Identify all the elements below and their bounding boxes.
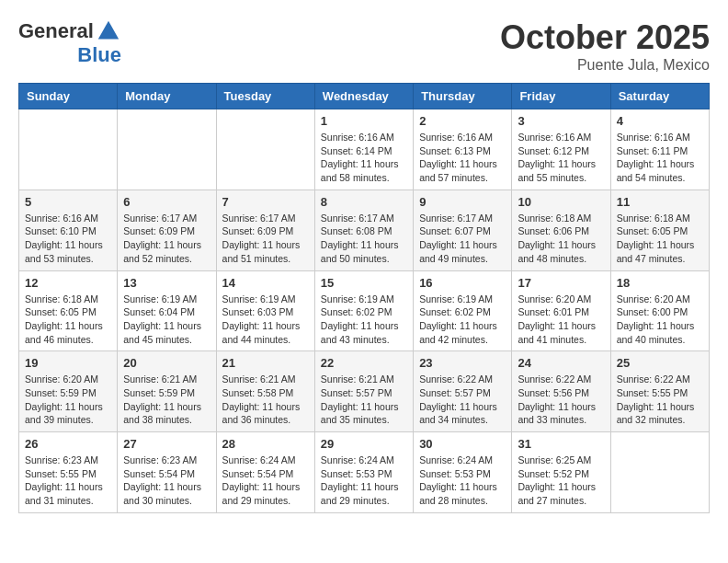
day-info: Sunrise: 6:25 AM Sunset: 5:52 PM Dayligh… — [518, 454, 604, 508]
day-number: 7 — [222, 195, 309, 209]
day-info: Sunrise: 6:20 AM Sunset: 5:59 PM Dayligh… — [25, 373, 111, 427]
day-number: 2 — [419, 114, 506, 128]
calendar-cell — [19, 109, 118, 190]
day-number: 27 — [123, 437, 210, 451]
day-info: Sunrise: 6:16 AM Sunset: 6:14 PM Dayligh… — [321, 131, 407, 185]
calendar-week-4: 19Sunrise: 6:20 AM Sunset: 5:59 PM Dayli… — [19, 351, 710, 432]
day-number: 22 — [321, 356, 407, 370]
day-number: 26 — [25, 437, 111, 451]
day-info: Sunrise: 6:21 AM Sunset: 5:59 PM Dayligh… — [123, 373, 210, 427]
day-info: Sunrise: 6:21 AM Sunset: 5:58 PM Dayligh… — [222, 373, 309, 427]
logo-blue: Blue — [77, 44, 121, 66]
day-info: Sunrise: 6:16 AM Sunset: 6:13 PM Dayligh… — [419, 131, 506, 185]
day-number: 25 — [617, 356, 703, 370]
day-info: Sunrise: 6:18 AM Sunset: 6:05 PM Dayligh… — [25, 293, 111, 347]
day-info: Sunrise: 6:24 AM Sunset: 5:53 PM Dayligh… — [419, 454, 506, 508]
day-info: Sunrise: 6:17 AM Sunset: 6:09 PM Dayligh… — [222, 212, 309, 266]
calendar-cell: 30Sunrise: 6:24 AM Sunset: 5:53 PM Dayli… — [414, 432, 512, 513]
calendar-cell — [118, 109, 216, 190]
calendar-week-2: 5Sunrise: 6:16 AM Sunset: 6:10 PM Daylig… — [19, 190, 710, 270]
calendar-cell: 7Sunrise: 6:17 AM Sunset: 6:09 PM Daylig… — [216, 190, 314, 270]
calendar-cell: 16Sunrise: 6:19 AM Sunset: 6:02 PM Dayli… — [414, 270, 512, 351]
day-number: 21 — [222, 356, 309, 370]
day-header-wednesday: Wednesday — [314, 84, 413, 109]
calendar-cell: 26Sunrise: 6:23 AM Sunset: 5:55 PM Dayli… — [19, 432, 118, 513]
day-info: Sunrise: 6:20 AM Sunset: 6:01 PM Dayligh… — [518, 293, 604, 347]
calendar-cell — [610, 432, 709, 513]
calendar-cell: 12Sunrise: 6:18 AM Sunset: 6:05 PM Dayli… — [19, 270, 118, 351]
day-number: 30 — [419, 437, 506, 451]
svg-marker-0 — [98, 21, 119, 40]
calendar-cell: 20Sunrise: 6:21 AM Sunset: 5:59 PM Dayli… — [118, 351, 216, 432]
calendar-cell: 24Sunrise: 6:22 AM Sunset: 5:56 PM Dayli… — [512, 351, 610, 432]
calendar-cell: 29Sunrise: 6:24 AM Sunset: 5:53 PM Dayli… — [314, 432, 413, 513]
day-header-tuesday: Tuesday — [216, 84, 314, 109]
day-info: Sunrise: 6:19 AM Sunset: 6:03 PM Dayligh… — [222, 293, 309, 347]
calendar-cell: 14Sunrise: 6:19 AM Sunset: 6:03 PM Dayli… — [216, 270, 314, 351]
day-info: Sunrise: 6:16 AM Sunset: 6:10 PM Dayligh… — [25, 212, 111, 266]
calendar-cell: 2Sunrise: 6:16 AM Sunset: 6:13 PM Daylig… — [414, 109, 512, 190]
day-info: Sunrise: 6:22 AM Sunset: 5:56 PM Dayligh… — [518, 373, 604, 427]
day-info: Sunrise: 6:24 AM Sunset: 5:53 PM Dayligh… — [321, 454, 407, 508]
day-info: Sunrise: 6:17 AM Sunset: 6:09 PM Dayligh… — [123, 212, 210, 266]
day-number: 4 — [617, 114, 703, 128]
location-subtitle: Puente Jula, Mexico — [500, 57, 710, 74]
day-info: Sunrise: 6:19 AM Sunset: 6:02 PM Dayligh… — [321, 293, 407, 347]
day-info: Sunrise: 6:23 AM Sunset: 5:55 PM Dayligh… — [25, 454, 111, 508]
calendar-table: SundayMondayTuesdayWednesdayThursdayFrid… — [18, 83, 710, 513]
day-number: 14 — [222, 276, 309, 290]
day-number: 10 — [518, 195, 604, 209]
day-info: Sunrise: 6:18 AM Sunset: 6:05 PM Dayligh… — [617, 212, 703, 266]
day-info: Sunrise: 6:20 AM Sunset: 6:00 PM Dayligh… — [617, 293, 703, 347]
calendar-cell: 3Sunrise: 6:16 AM Sunset: 6:12 PM Daylig… — [512, 109, 610, 190]
day-info: Sunrise: 6:21 AM Sunset: 5:57 PM Dayligh… — [321, 373, 407, 427]
day-info: Sunrise: 6:24 AM Sunset: 5:54 PM Dayligh… — [222, 454, 309, 508]
day-info: Sunrise: 6:23 AM Sunset: 5:54 PM Dayligh… — [123, 454, 210, 508]
calendar-cell: 19Sunrise: 6:20 AM Sunset: 5:59 PM Dayli… — [19, 351, 118, 432]
day-number: 8 — [321, 195, 407, 209]
day-number: 18 — [617, 276, 703, 290]
day-number: 12 — [25, 276, 111, 290]
calendar-cell: 28Sunrise: 6:24 AM Sunset: 5:54 PM Dayli… — [216, 432, 314, 513]
calendar-cell: 21Sunrise: 6:21 AM Sunset: 5:58 PM Dayli… — [216, 351, 314, 432]
logo: General Blue — [18, 18, 121, 66]
calendar-cell: 10Sunrise: 6:18 AM Sunset: 6:06 PM Dayli… — [512, 190, 610, 270]
day-number: 16 — [419, 276, 506, 290]
calendar-cell: 27Sunrise: 6:23 AM Sunset: 5:54 PM Dayli… — [118, 432, 216, 513]
logo-general: General — [18, 19, 94, 42]
day-number: 29 — [321, 437, 407, 451]
day-number: 28 — [222, 437, 309, 451]
calendar-cell: 31Sunrise: 6:25 AM Sunset: 5:52 PM Dayli… — [512, 432, 610, 513]
calendar-cell: 15Sunrise: 6:19 AM Sunset: 6:02 PM Dayli… — [314, 270, 413, 351]
day-info: Sunrise: 6:16 AM Sunset: 6:12 PM Dayligh… — [518, 131, 604, 185]
day-number: 24 — [518, 356, 604, 370]
day-number: 31 — [518, 437, 604, 451]
day-header-saturday: Saturday — [610, 84, 709, 109]
day-number: 9 — [419, 195, 506, 209]
day-info: Sunrise: 6:22 AM Sunset: 5:55 PM Dayligh… — [617, 373, 703, 427]
day-number: 19 — [25, 356, 111, 370]
day-header-sunday: Sunday — [19, 84, 118, 109]
calendar-cell: 8Sunrise: 6:17 AM Sunset: 6:08 PM Daylig… — [314, 190, 413, 270]
day-header-thursday: Thursday — [414, 84, 512, 109]
calendar-cell: 5Sunrise: 6:16 AM Sunset: 6:10 PM Daylig… — [19, 190, 118, 270]
day-header-friday: Friday — [512, 84, 610, 109]
day-number: 17 — [518, 276, 604, 290]
day-number: 3 — [518, 114, 604, 128]
calendar-week-5: 26Sunrise: 6:23 AM Sunset: 5:55 PM Dayli… — [19, 432, 710, 513]
calendar-cell: 22Sunrise: 6:21 AM Sunset: 5:57 PM Dayli… — [314, 351, 413, 432]
day-number: 11 — [617, 195, 703, 209]
calendar-header-row: SundayMondayTuesdayWednesdayThursdayFrid… — [19, 84, 710, 109]
day-number: 5 — [25, 195, 111, 209]
calendar-cell: 11Sunrise: 6:18 AM Sunset: 6:05 PM Dayli… — [610, 190, 709, 270]
calendar-cell: 13Sunrise: 6:19 AM Sunset: 6:04 PM Dayli… — [118, 270, 216, 351]
day-info: Sunrise: 6:19 AM Sunset: 6:02 PM Dayligh… — [419, 293, 506, 347]
day-info: Sunrise: 6:18 AM Sunset: 6:06 PM Dayligh… — [518, 212, 604, 266]
calendar-week-1: 1Sunrise: 6:16 AM Sunset: 6:14 PM Daylig… — [19, 109, 710, 190]
calendar-cell: 23Sunrise: 6:22 AM Sunset: 5:57 PM Dayli… — [414, 351, 512, 432]
day-info: Sunrise: 6:22 AM Sunset: 5:57 PM Dayligh… — [419, 373, 506, 427]
day-number: 13 — [123, 276, 210, 290]
day-info: Sunrise: 6:17 AM Sunset: 6:07 PM Dayligh… — [419, 212, 506, 266]
day-info: Sunrise: 6:19 AM Sunset: 6:04 PM Dayligh… — [123, 293, 210, 347]
day-number: 6 — [123, 195, 210, 209]
